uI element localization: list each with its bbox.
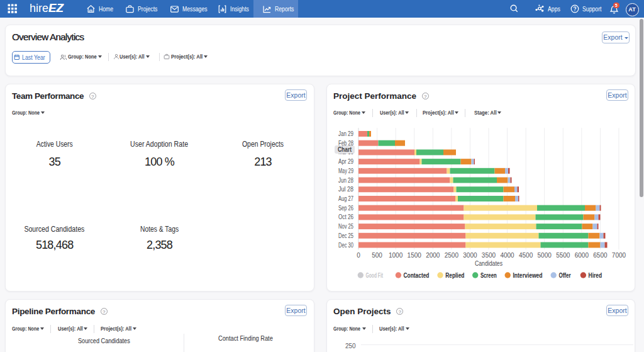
svg-text:Interviewed: Interviewed xyxy=(513,271,542,279)
svg-text:4500: 4500 xyxy=(519,252,533,259)
svg-text:6500: 6500 xyxy=(593,252,608,259)
svg-text:3000: 3000 xyxy=(463,252,477,259)
svg-text:7000: 7000 xyxy=(612,252,626,259)
svg-text:3500: 3500 xyxy=(482,252,496,259)
svg-text:Jan 29: Jan 29 xyxy=(338,130,353,137)
svg-text:0: 0 xyxy=(357,252,360,259)
svg-text:5000: 5000 xyxy=(538,252,552,259)
svg-text:Jul 28: Jul 28 xyxy=(338,186,353,193)
svg-text:Jun 28: Jun 28 xyxy=(338,177,353,184)
svg-text:Good Fit: Good Fit xyxy=(366,271,384,279)
svg-text:6000: 6000 xyxy=(575,252,589,259)
svg-text:Contacted: Contacted xyxy=(404,271,430,279)
svg-text:500: 500 xyxy=(372,252,382,259)
svg-text:Offer: Offer xyxy=(558,271,571,279)
svg-text:1000: 1000 xyxy=(389,252,403,259)
svg-text:Candidates: Candidates xyxy=(475,259,502,267)
svg-text:Aug 27: Aug 27 xyxy=(338,195,353,202)
svg-text:Apr 29: Apr 29 xyxy=(338,158,353,165)
svg-text:Dec 25: Dec 25 xyxy=(338,232,353,239)
svg-text:2000: 2000 xyxy=(426,252,440,259)
svg-text:Hired: Hired xyxy=(589,271,602,279)
svg-text:Oct 26: Oct 26 xyxy=(338,213,353,220)
svg-text:Nov 25: Nov 25 xyxy=(338,223,353,230)
svg-text:Sep 26: Sep 26 xyxy=(338,205,353,212)
svg-text:Replied: Replied xyxy=(445,271,464,279)
svg-text:Dec 30: Dec 30 xyxy=(338,242,353,249)
svg-text:4000: 4000 xyxy=(500,252,514,259)
svg-text:Screen: Screen xyxy=(480,271,497,279)
svg-text:5500: 5500 xyxy=(556,252,570,259)
svg-text:2500: 2500 xyxy=(445,252,459,259)
svg-text:1500: 1500 xyxy=(408,252,422,259)
svg-text:May 29: May 29 xyxy=(338,167,353,174)
